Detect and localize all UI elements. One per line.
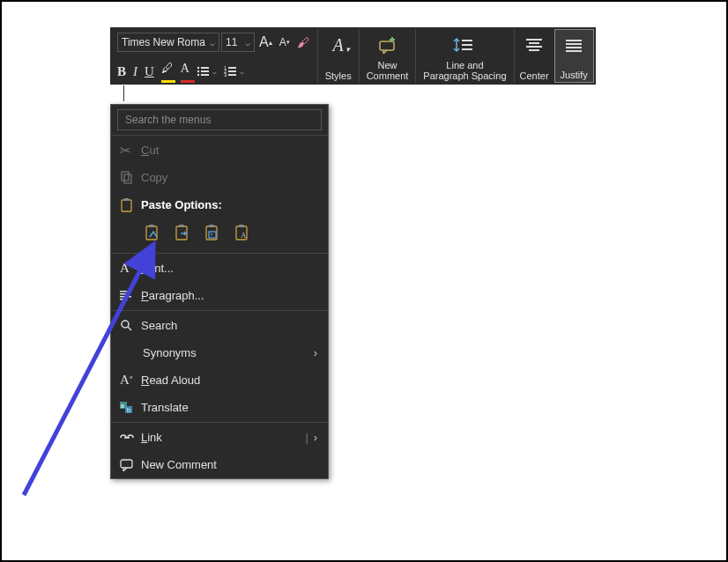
italic-button[interactable]: I: [133, 62, 137, 81]
styles-icon: A▾: [333, 33, 344, 57]
svg-rect-40: [120, 293, 128, 295]
svg-rect-17: [529, 42, 539, 44]
bold-button[interactable]: B: [117, 62, 126, 81]
comment-icon: [120, 459, 141, 471]
scissors-icon: ✂: [120, 143, 141, 159]
clear-formatting-icon[interactable]: 🖌: [294, 33, 312, 52]
svg-rect-21: [566, 43, 582, 45]
chevron-down-icon: ⌵: [210, 38, 215, 48]
search-icon: [120, 319, 141, 332]
svg-rect-12: [380, 41, 394, 50]
translate-icon: ab: [120, 402, 141, 414]
comment-plus-icon: [377, 33, 398, 57]
text-cursor: [123, 85, 124, 101]
align-justify-icon: [564, 33, 583, 58]
menu-item-translate[interactable]: ab Translate: [111, 394, 328, 421]
copy-icon: [120, 171, 141, 184]
search-menus-input[interactable]: Search the menus: [117, 109, 322, 130]
increase-font-icon[interactable]: A▴: [256, 33, 275, 52]
svg-rect-31: [179, 225, 184, 227]
svg-point-35: [211, 233, 212, 235]
svg-rect-29: [149, 225, 154, 227]
svg-rect-15: [462, 48, 472, 50]
menu-item-cut: ✂ Cut: [111, 137, 328, 164]
svg-rect-1: [201, 67, 209, 69]
paste-merge-icon[interactable]: [173, 224, 194, 243]
svg-rect-33: [209, 225, 214, 227]
menu-item-font[interactable]: A Font...: [111, 255, 328, 282]
align-center-icon: [524, 33, 544, 57]
paste-options-row: A: [111, 218, 328, 252]
align-justify-button[interactable]: Justify: [554, 29, 594, 83]
svg-rect-16: [526, 39, 542, 41]
speaker-a-icon: A»: [120, 373, 141, 388]
alignment-group: Center Justify: [515, 29, 594, 83]
svg-rect-39: [120, 291, 131, 292]
underline-button[interactable]: U: [145, 62, 154, 81]
chevron-down-icon: ⌵: [245, 38, 250, 48]
svg-text:3: 3: [224, 72, 227, 78]
paragraph-icon: [120, 290, 141, 301]
font-name-value: Times New Roma: [122, 36, 205, 48]
svg-point-43: [122, 321, 129, 328]
svg-rect-9: [228, 70, 236, 72]
svg-point-2: [197, 70, 199, 72]
font-size-value: 11: [226, 36, 237, 48]
menu-item-paragraph[interactable]: Paragraph...: [111, 282, 328, 309]
svg-rect-26: [122, 200, 131, 211]
decrease-font-icon[interactable]: A▾: [277, 33, 293, 52]
numbering-button[interactable]: 123 ⌵: [224, 65, 244, 78]
font-name-select[interactable]: Times New Roma ⌵: [117, 33, 219, 52]
bullets-button[interactable]: ⌵: [197, 65, 217, 78]
svg-rect-37: [239, 225, 244, 227]
paste-keep-source-icon[interactable]: [143, 224, 164, 243]
svg-text:b: b: [127, 407, 130, 413]
align-center-button[interactable]: Center: [515, 29, 554, 83]
context-menu: Search the menus ✂ Cut Copy Paste Option…: [110, 104, 329, 479]
font-size-select[interactable]: 11 ⌵: [221, 33, 255, 52]
svg-rect-28: [146, 226, 157, 240]
clipboard-icon: [120, 198, 141, 212]
paste-text-only-icon[interactable]: A: [233, 224, 254, 243]
svg-text:A: A: [241, 231, 247, 240]
svg-rect-19: [529, 49, 539, 51]
link-icon: [120, 433, 141, 442]
svg-rect-49: [121, 460, 132, 468]
svg-rect-41: [120, 296, 131, 298]
line-spacing-button[interactable]: Line andParagraph Spacing: [416, 29, 514, 83]
menu-item-synonyms[interactable]: Synonyms ›: [111, 339, 328, 366]
new-comment-button[interactable]: NewComment: [360, 29, 417, 83]
svg-rect-25: [124, 174, 131, 183]
menu-item-link[interactable]: Link | ›: [111, 424, 328, 451]
chevron-right-icon: ›: [314, 432, 317, 444]
svg-rect-23: [566, 50, 582, 52]
menu-item-read-aloud[interactable]: A» Read Aloud: [111, 366, 328, 394]
svg-rect-20: [566, 40, 582, 41]
svg-text:a: a: [121, 403, 124, 409]
svg-rect-13: [462, 40, 472, 41]
menu-separator: [111, 253, 328, 254]
menu-item-new-comment[interactable]: New Comment: [111, 451, 328, 478]
menu-separator: [111, 310, 328, 311]
menu-separator: [111, 135, 328, 136]
svg-rect-3: [201, 70, 209, 72]
chevron-right-icon: ›: [314, 347, 317, 359]
menu-item-paste-options: Paste Options:: [111, 191, 328, 218]
svg-rect-14: [462, 44, 472, 46]
svg-point-4: [197, 74, 199, 76]
svg-rect-42: [120, 299, 128, 300]
svg-line-44: [128, 327, 131, 330]
line-spacing-icon: [453, 33, 476, 57]
menu-item-search[interactable]: Search: [111, 312, 328, 339]
svg-rect-27: [124, 198, 129, 201]
svg-rect-5: [201, 74, 209, 76]
svg-rect-11: [228, 74, 236, 76]
font-a-icon: A: [120, 261, 141, 276]
svg-point-0: [197, 67, 199, 69]
menu-item-copy: Copy: [111, 164, 328, 191]
paste-picture-icon[interactable]: [203, 224, 224, 243]
styles-button[interactable]: A▾ Styles: [318, 29, 360, 83]
svg-rect-34: [209, 232, 216, 238]
highlight-color-button[interactable]: 🖊 ⌵: [161, 62, 174, 81]
font-color-button[interactable]: A ⌵: [181, 62, 189, 81]
